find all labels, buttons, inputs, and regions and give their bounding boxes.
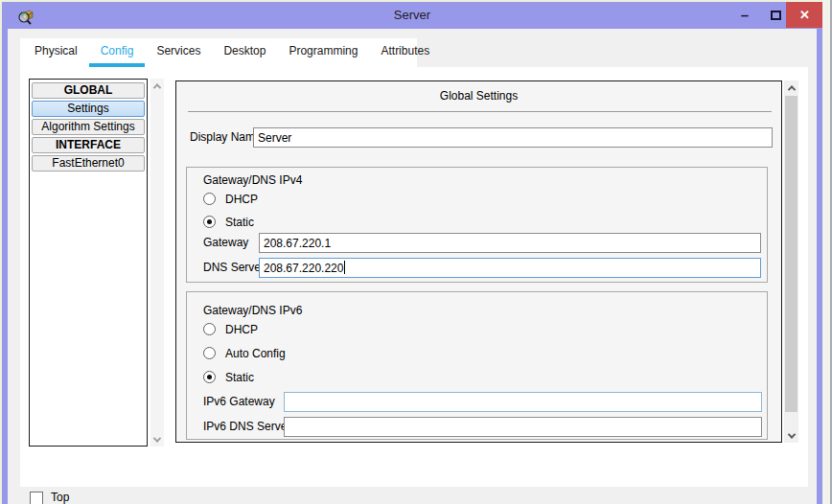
sidebar-item-global[interactable]: GLOBAL (32, 82, 145, 99)
ipv6-gateway-label: IPv6 Gateway (203, 392, 275, 412)
config-tab-page: GLOBAL Settings Algorithm Settings INTER… (20, 67, 808, 487)
gateway-field-wrap (259, 233, 761, 253)
ipv6-gateway-field-wrap (284, 392, 762, 412)
gateway-label: Gateway (203, 233, 248, 253)
ipv6-autoconfig-radio[interactable] (203, 347, 216, 359)
close-icon: ✕ (799, 8, 810, 22)
divider (188, 111, 772, 112)
ipv4-static-radio[interactable] (203, 216, 216, 228)
ipv4-static-label: Static (225, 216, 254, 229)
tab-desktop[interactable]: Desktop (212, 38, 277, 67)
top-checkbox-label: Top (51, 491, 69, 504)
top-checkbox[interactable] (30, 492, 43, 504)
sidebar-scrollbar[interactable] (150, 79, 164, 447)
gateway-dns-ipv4-group: Gateway/DNS IPv4 DHCP Static Gateway DNS… (186, 167, 768, 283)
config-sidebar: GLOBAL Settings Algorithm Settings INTER… (29, 79, 148, 447)
ipv6-dns-server-input[interactable] (284, 417, 762, 437)
gateway-input[interactable] (259, 233, 761, 253)
tab-bar: Physical Config Services Desktop Program… (20, 38, 417, 67)
text-caret (344, 261, 345, 274)
sidebar-item-settings[interactable]: Settings (32, 101, 145, 117)
tab-programming[interactable]: Programming (277, 38, 369, 67)
scrollbar-thumb[interactable] (785, 96, 797, 412)
panel-title: Global Settings (176, 89, 781, 103)
minimize-button[interactable]: – (728, 2, 761, 28)
scroll-up-icon[interactable] (784, 80, 798, 95)
sidebar-item-algorithm-settings[interactable]: Algorithm Settings (32, 119, 145, 135)
tab-services[interactable]: Services (145, 38, 212, 67)
gateway-dns-ipv6-group: Gateway/DNS IPv6 DHCP Auto Config Static… (186, 291, 768, 440)
minimize-icon: – (741, 7, 749, 23)
sidebar-item-fastethernet0[interactable]: FastEthernet0 (32, 155, 145, 172)
close-button[interactable]: ✕ (786, 2, 823, 28)
ipv4-group-title: Gateway/DNS IPv4 (203, 173, 302, 187)
ipv4-dhcp-label: DHCP (225, 193, 258, 206)
title-bar: Server – ✕ (2, 2, 822, 29)
tab-physical[interactable]: Physical (23, 38, 89, 67)
scroll-up-icon[interactable] (150, 79, 164, 93)
display-name-input[interactable] (253, 127, 773, 148)
panel-scrollbar[interactable] (784, 80, 798, 443)
scroll-down-icon[interactable] (784, 428, 798, 443)
ipv6-static-label: Static (225, 371, 254, 384)
ipv6-gateway-input[interactable] (284, 392, 762, 412)
scroll-down-icon[interactable] (150, 432, 164, 447)
dns-server-input[interactable] (259, 258, 761, 278)
dns-server-field-wrap (259, 258, 761, 278)
display-name-label: Display Name (190, 127, 262, 148)
ipv6-dhcp-label: DHCP (225, 323, 258, 336)
ipv6-group-title: Gateway/DNS IPv6 (203, 304, 302, 317)
ipv6-dns-server-label: IPv6 DNS Server (203, 417, 290, 437)
sidebar-item-interface[interactable]: INTERFACE (32, 137, 145, 153)
ipv6-dns-server-field-wrap (284, 417, 762, 437)
ipv4-dhcp-radio[interactable] (203, 193, 216, 205)
tab-attributes[interactable]: Attributes (369, 38, 441, 67)
tab-config[interactable]: Config (89, 38, 146, 67)
global-settings-panel: Global Settings Display Name Gateway/DNS… (175, 80, 782, 443)
maximize-icon (771, 11, 781, 20)
ipv6-dhcp-radio[interactable] (203, 323, 216, 335)
ipv6-static-radio[interactable] (203, 371, 216, 383)
ipv6-autoconfig-label: Auto Config (225, 347, 286, 360)
dns-server-label: DNS Server (203, 258, 265, 278)
window-title: Server (2, 8, 822, 22)
